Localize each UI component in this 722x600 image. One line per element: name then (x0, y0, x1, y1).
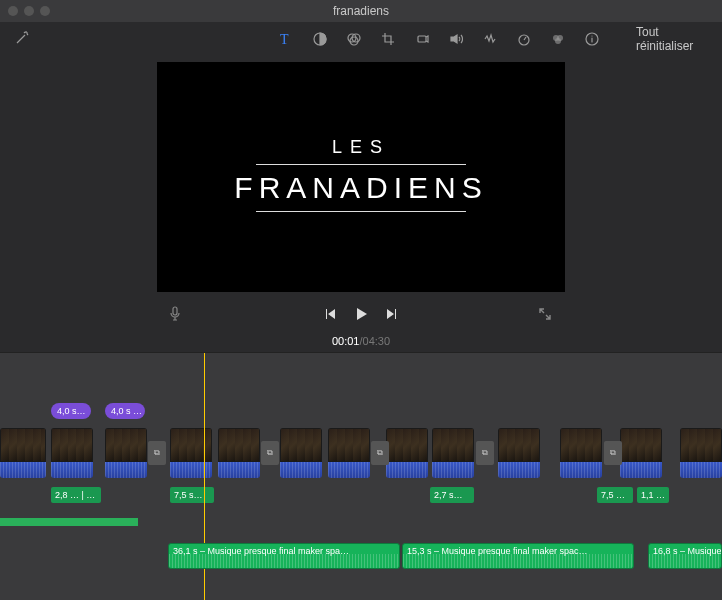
volume-icon[interactable] (448, 31, 464, 47)
svg-text:T: T (280, 32, 289, 47)
svg-point-9 (555, 38, 561, 44)
video-clip[interactable] (0, 428, 46, 478)
audio-clip[interactable]: 36,1 s – Musique presque final maker spa… (168, 543, 400, 569)
color-correction-icon[interactable] (346, 31, 362, 47)
stabilize-icon[interactable] (414, 31, 430, 47)
selection-range-bar[interactable] (0, 518, 138, 526)
window-traffic-lights[interactable] (8, 6, 50, 16)
video-clip[interactable] (432, 428, 474, 478)
video-preview: LES FRANADIENS (157, 62, 565, 292)
filter-icon[interactable] (550, 31, 566, 47)
video-clip[interactable] (680, 428, 722, 478)
transition-icon[interactable]: ⧉ (604, 441, 622, 465)
transition-icon[interactable]: ⧉ (148, 441, 166, 465)
audio-clip[interactable]: 15,3 s – Musique presque final maker spa… (402, 543, 634, 569)
info-icon[interactable] (584, 31, 600, 47)
current-time: 00:01 (332, 335, 360, 347)
audio-adjust-clip[interactable]: 1,1 … (637, 487, 669, 503)
prev-icon[interactable] (323, 307, 337, 324)
voiceover-icon[interactable] (168, 306, 182, 325)
audio-adjust-clip[interactable]: 2,8 … | … (51, 487, 101, 503)
video-clip[interactable] (105, 428, 147, 478)
next-icon[interactable] (385, 307, 399, 324)
video-clip[interactable] (620, 428, 662, 478)
video-clip[interactable] (170, 428, 212, 478)
svg-rect-5 (418, 36, 426, 42)
window-titlebar: franadiens (0, 0, 722, 22)
video-clip[interactable] (560, 428, 602, 478)
transition-icon[interactable]: ⧉ (476, 441, 494, 465)
inspector-toolbar: T Tout réinitialiser (0, 22, 722, 56)
timecode-display: 00:01 / 04:30 (0, 330, 722, 352)
svg-rect-11 (173, 307, 177, 315)
crop-icon[interactable] (380, 31, 396, 47)
noise-reduction-icon[interactable] (482, 31, 498, 47)
magic-wand-icon[interactable] (14, 30, 30, 49)
play-icon[interactable] (353, 306, 369, 325)
color-balance-icon[interactable] (312, 31, 328, 47)
speed-icon[interactable] (516, 31, 532, 47)
video-clip[interactable] (328, 428, 370, 478)
video-clip[interactable] (51, 428, 93, 478)
audio-adjust-clip[interactable]: 7,5 s… (170, 487, 214, 503)
transition-icon[interactable]: ⧉ (261, 441, 279, 465)
video-track[interactable]: 4,0 s…4,0 s …⧉⧉⧉⧉⧉2,8 … | …7,5 s…2,7 s…7… (0, 423, 722, 483)
duration: 04:30 (363, 335, 391, 347)
title-clip[interactable]: 4,0 s… (51, 403, 91, 419)
fullscreen-icon[interactable] (538, 307, 552, 324)
video-clip[interactable] (386, 428, 428, 478)
title-clip[interactable]: 4,0 s … (105, 403, 145, 419)
window-title: franadiens (333, 4, 389, 18)
audio-clip[interactable]: 16,8 s – Musique presque final maker spa… (648, 543, 722, 569)
timeline[interactable]: 4,0 s…4,0 s …⧉⧉⧉⧉⧉2,8 … | …7,5 s…2,7 s…7… (0, 352, 722, 600)
audio-adjust-clip[interactable]: 7,5 … (597, 487, 633, 503)
audio-adjust-clip[interactable]: 2,7 s… (430, 487, 474, 503)
transition-icon[interactable]: ⧉ (371, 441, 389, 465)
video-clip[interactable] (280, 428, 322, 478)
playback-controls (0, 300, 722, 330)
titles-icon[interactable]: T (278, 31, 294, 47)
video-clip[interactable] (498, 428, 540, 478)
reset-all-button[interactable]: Tout réinitialiser (636, 25, 702, 53)
title-line-1: LES (332, 137, 390, 158)
video-clip[interactable] (218, 428, 260, 478)
title-line-2: FRANADIENS (234, 171, 487, 205)
